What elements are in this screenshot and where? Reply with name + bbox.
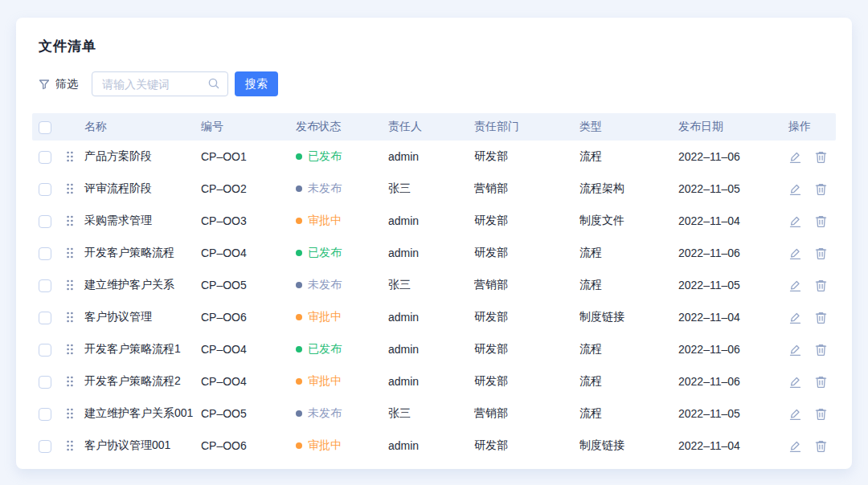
page-title: 文件清单 bbox=[39, 37, 852, 55]
drag-handle-icon[interactable] bbox=[66, 215, 74, 226]
cell-department: 研发部 bbox=[474, 310, 579, 324]
cell-owner: admin bbox=[388, 439, 474, 452]
drag-handle-icon[interactable] bbox=[66, 376, 74, 387]
delete-icon[interactable] bbox=[814, 439, 828, 453]
cell-owner: 张三 bbox=[388, 181, 474, 196]
drag-handle-icon[interactable] bbox=[66, 279, 74, 291]
cell-code: CP–OO4 bbox=[201, 375, 296, 388]
row-checkbox[interactable] bbox=[39, 344, 51, 357]
file-table: 名称 编号 发布状态 责任人 责任部门 类型 发布日期 操作 产品方案阶段 CP… bbox=[32, 113, 836, 462]
row-checkbox[interactable] bbox=[39, 215, 51, 228]
drag-handle-icon[interactable] bbox=[66, 440, 74, 451]
edit-icon[interactable] bbox=[788, 214, 802, 228]
status-cell: 已发布 bbox=[296, 342, 388, 357]
status-dot bbox=[296, 282, 302, 288]
status-label: 未发布 bbox=[308, 278, 342, 292]
edit-icon[interactable] bbox=[788, 182, 802, 196]
cell-name: 客户协议管理 bbox=[84, 310, 201, 324]
row-checkbox[interactable] bbox=[39, 151, 51, 164]
row-actions bbox=[788, 343, 836, 357]
status-cell: 未发布 bbox=[296, 406, 388, 421]
cell-type: 制度链接 bbox=[579, 438, 678, 453]
delete-icon[interactable] bbox=[814, 279, 828, 292]
cell-date: 2022–11–05 bbox=[678, 279, 788, 291]
drag-handle-icon[interactable] bbox=[66, 183, 74, 194]
row-checkbox[interactable] bbox=[39, 183, 51, 196]
status-label: 已发布 bbox=[308, 342, 342, 357]
edit-icon[interactable] bbox=[788, 439, 802, 453]
row-actions bbox=[788, 439, 836, 453]
search-input[interactable] bbox=[92, 71, 228, 96]
cell-code: CP–OO1 bbox=[201, 150, 296, 163]
delete-icon[interactable] bbox=[814, 407, 828, 421]
drag-handle-icon[interactable] bbox=[66, 408, 74, 419]
edit-icon[interactable] bbox=[788, 279, 802, 292]
edit-icon[interactable] bbox=[788, 247, 802, 260]
cell-code: CP–OO3 bbox=[201, 214, 296, 227]
drag-handle-icon[interactable] bbox=[66, 344, 74, 355]
cell-name: 产品方案阶段 bbox=[84, 149, 201, 164]
row-actions bbox=[788, 311, 836, 324]
delete-icon[interactable] bbox=[814, 343, 828, 357]
edit-icon[interactable] bbox=[788, 343, 802, 357]
filter-icon bbox=[39, 79, 50, 90]
cell-date: 2022–11–05 bbox=[678, 407, 788, 420]
select-all-checkbox[interactable] bbox=[39, 121, 51, 134]
edit-icon[interactable] bbox=[788, 407, 802, 421]
col-header-owner: 责任人 bbox=[388, 120, 474, 134]
cell-type: 流程 bbox=[579, 406, 678, 421]
status-label: 已发布 bbox=[308, 149, 342, 164]
delete-icon[interactable] bbox=[814, 247, 828, 260]
row-checkbox[interactable] bbox=[39, 376, 51, 389]
cell-date: 2022–11–06 bbox=[678, 150, 788, 163]
cell-department: 研发部 bbox=[474, 149, 579, 164]
cell-owner: admin bbox=[388, 343, 474, 356]
filter-button[interactable]: 筛选 bbox=[39, 77, 78, 92]
edit-icon[interactable] bbox=[788, 375, 802, 389]
cell-date: 2022–11–04 bbox=[678, 311, 788, 324]
row-checkbox[interactable] bbox=[39, 440, 51, 453]
cell-name: 开发客户策略流程2 bbox=[84, 374, 201, 389]
status-cell: 审批中 bbox=[296, 214, 388, 228]
row-checkbox[interactable] bbox=[39, 312, 51, 324]
toolbar: 筛选 搜索 bbox=[39, 71, 852, 96]
cell-name: 建立维护客户关系 bbox=[84, 278, 201, 292]
search-button[interactable]: 搜索 bbox=[235, 71, 278, 96]
row-checkbox[interactable] bbox=[39, 247, 51, 260]
cell-name: 开发客户策略流程1 bbox=[84, 342, 201, 357]
delete-icon[interactable] bbox=[814, 150, 828, 164]
cell-type: 流程架构 bbox=[579, 181, 678, 196]
row-checkbox[interactable] bbox=[39, 279, 51, 292]
status-dot bbox=[296, 378, 302, 385]
cell-type: 制度文件 bbox=[579, 214, 678, 228]
status-cell: 已发布 bbox=[296, 246, 388, 260]
status-label: 审批中 bbox=[308, 374, 342, 389]
cell-department: 营销部 bbox=[474, 406, 579, 421]
col-header-department: 责任部门 bbox=[474, 120, 579, 134]
delete-icon[interactable] bbox=[814, 375, 828, 389]
status-cell: 审批中 bbox=[296, 438, 388, 453]
table-row: 建立维护客户关系 CP–OO5 未发布 张三 营销部 流程 2022–11–05 bbox=[32, 269, 836, 301]
drag-handle-icon[interactable] bbox=[66, 151, 74, 162]
status-dot bbox=[296, 314, 302, 320]
table-row: 开发客户策略流程1 CP–OO4 已发布 admin 研发部 流程 2022–1… bbox=[32, 333, 836, 365]
edit-icon[interactable] bbox=[788, 311, 802, 324]
delete-icon[interactable] bbox=[814, 182, 828, 196]
cell-name: 客户协议管理001 bbox=[84, 438, 201, 453]
cell-owner: admin bbox=[388, 375, 474, 388]
cell-code: CP–OO6 bbox=[201, 439, 296, 452]
drag-handle-icon[interactable] bbox=[66, 247, 74, 259]
table-row: 评审流程阶段 CP–OO2 未发布 张三 营销部 流程架构 2022–11–05 bbox=[32, 173, 836, 205]
edit-icon[interactable] bbox=[788, 150, 802, 164]
drag-handle-icon[interactable] bbox=[66, 312, 74, 323]
cell-type: 流程 bbox=[579, 278, 678, 292]
delete-icon[interactable] bbox=[814, 311, 828, 324]
delete-icon[interactable] bbox=[814, 214, 828, 228]
cell-code: CP–OO4 bbox=[201, 247, 296, 259]
cell-date: 2022–11–06 bbox=[678, 375, 788, 388]
cell-date: 2022–11–06 bbox=[678, 343, 788, 356]
row-actions bbox=[788, 182, 836, 196]
row-checkbox[interactable] bbox=[39, 408, 51, 421]
cell-date: 2022–11–05 bbox=[678, 182, 788, 195]
cell-department: 研发部 bbox=[474, 374, 579, 389]
